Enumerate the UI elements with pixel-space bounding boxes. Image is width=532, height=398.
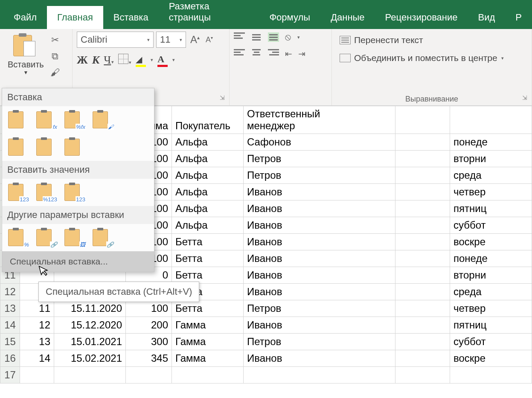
cell[interactable]: Иванов (244, 250, 395, 267)
cell[interactable]: Сафонов (244, 134, 395, 151)
cell[interactable]: 11 (20, 300, 54, 317)
paste-option-values-number[interactable]: %123 (36, 183, 57, 202)
ribbon-tab-insert[interactable]: Вставка (103, 6, 159, 29)
wrap-text-button[interactable]: Перенести текст (336, 33, 527, 47)
align-middle-icon[interactable] (251, 32, 262, 42)
cell[interactable]: пятниц (450, 317, 532, 334)
cell[interactable]: Иванов (244, 217, 395, 234)
cell[interactable]: Иванов (244, 317, 395, 334)
shrink-font-icon[interactable]: A▾ (204, 35, 215, 44)
cell[interactable]: Альфа (172, 184, 244, 200)
cell[interactable]: Петров (244, 151, 395, 167)
cell[interactable]: Бетта (172, 234, 244, 250)
cell[interactable] (172, 367, 244, 383)
cell[interactable] (126, 367, 172, 383)
cell[interactable] (395, 167, 450, 184)
cell[interactable]: воскре (450, 234, 532, 250)
paste-option-formatting[interactable]: % (8, 228, 29, 247)
paste-option-picture[interactable]: 🖼 (64, 228, 85, 247)
cell[interactable]: среда (450, 167, 532, 184)
ribbon-tab-pagelayout[interactable]: Разметка страницы (159, 0, 259, 29)
cell[interactable]: Альфа (172, 217, 244, 234)
cell[interactable]: воскре (450, 350, 532, 367)
increase-indent-icon[interactable]: ⇥ (298, 49, 305, 59)
underline-dropdown[interactable]: ▾ (111, 59, 114, 64)
cell[interactable] (395, 334, 450, 350)
merge-dropdown[interactable]: ▾ (501, 55, 504, 61)
table-row[interactable]: 151315.01.2021300ГаммаПетровсуббот (0, 334, 532, 350)
cell[interactable] (395, 217, 450, 234)
cell[interactable]: 345 (126, 350, 172, 367)
cell[interactable] (395, 300, 450, 317)
cell[interactable]: Альфа (172, 200, 244, 217)
cell[interactable] (54, 367, 126, 383)
orientation-icon[interactable]: ⦸ (285, 32, 291, 43)
cell[interactable] (20, 367, 54, 383)
col-header-manager[interactable]: Ответственныйменеджер (244, 106, 395, 134)
font-color-button[interactable]: A (157, 53, 168, 67)
cell[interactable]: 12 (20, 317, 54, 334)
paste-special-menuitem[interactable]: Специальная вставка... (2, 251, 154, 272)
cell[interactable]: Иванов (244, 234, 395, 250)
cell[interactable]: Иванов (244, 184, 395, 200)
row-header[interactable]: 15 (0, 334, 20, 350)
table-row[interactable]: 141215.12.2020200ГаммаИвановпятниц (0, 317, 532, 334)
align-bottom-icon[interactable] (268, 32, 279, 42)
cell[interactable]: Иванов (244, 350, 395, 367)
cell[interactable]: 15.02.2021 (54, 350, 126, 367)
cell[interactable]: Бетта (172, 250, 244, 267)
copy-icon[interactable]: ⧉ (49, 50, 61, 62)
paste-option-formulas[interactable]: fx (36, 110, 57, 129)
cell[interactable]: 15.12.2020 (54, 317, 126, 334)
merge-center-button[interactable]: Объединить и поместить в центре ▾ (336, 51, 527, 65)
cell[interactable]: 100 (126, 300, 172, 317)
row-header[interactable]: 16 (0, 350, 20, 367)
align-center-icon[interactable] (251, 49, 262, 58)
cell[interactable]: Бетта (172, 300, 244, 317)
borders-dropdown[interactable]: ▾ (129, 60, 131, 65)
font-color-dropdown[interactable]: ▾ (172, 57, 175, 63)
cell[interactable]: Петров (244, 334, 395, 350)
bold-button[interactable]: Ж (77, 54, 88, 67)
cell[interactable] (395, 234, 450, 250)
cell[interactable]: Петров (244, 300, 395, 317)
row-header[interactable]: 14 (0, 317, 20, 334)
cell[interactable]: Альфа (172, 151, 244, 167)
ribbon-tab-formulas[interactable]: Формулы (259, 6, 320, 29)
row-header[interactable]: 12 (0, 284, 20, 300)
font-name-combo[interactable]: Calibri▾ (77, 32, 154, 48)
paste-option-linked-picture[interactable]: 🔗 (93, 228, 113, 247)
fill-color-dropdown[interactable]: ▾ (151, 57, 153, 63)
cell[interactable]: 14 (20, 350, 54, 367)
cell[interactable] (395, 367, 450, 383)
grow-font-icon[interactable]: A▴ (189, 34, 201, 46)
decrease-indent-icon[interactable]: ⇤ (285, 49, 292, 59)
table-row[interactable]: 17 (0, 367, 532, 383)
font-size-combo[interactable]: 11▾ (156, 32, 186, 48)
align-top-icon[interactable] (234, 32, 245, 42)
cell[interactable] (395, 350, 450, 367)
ribbon-tab-data[interactable]: Данные (320, 6, 375, 29)
align-right-icon[interactable] (268, 49, 279, 58)
cell[interactable] (395, 134, 450, 151)
paste-option-no-borders[interactable] (8, 138, 29, 157)
ribbon-tab-file[interactable]: Файл (3, 6, 47, 29)
col-header-buyer[interactable]: Покупатель (172, 106, 244, 134)
borders-button[interactable] (118, 54, 128, 64)
cell[interactable]: Иванов (244, 267, 395, 284)
alignment-group-launcher-icon[interactable]: ⇲ (522, 94, 529, 101)
ribbon-tab-home[interactable]: Главная (47, 6, 103, 29)
ribbon-tab-view[interactable]: Вид (468, 6, 506, 29)
cell[interactable]: суббот (450, 217, 532, 234)
table-row[interactable]: 131115.11.2020100БеттаПетровчетвер (0, 300, 532, 317)
cell[interactable]: понеде (450, 250, 532, 267)
cell[interactable]: Иванов (244, 284, 395, 300)
cell[interactable]: четвер (450, 184, 532, 200)
format-painter-icon[interactable]: 🖌 (49, 67, 61, 78)
ribbon-tab-cut[interactable]: Р (505, 6, 532, 29)
paste-dropdown-arrow[interactable]: ▼ (23, 70, 28, 76)
ribbon-tab-review[interactable]: Рецензирование (375, 6, 468, 29)
align-left-icon[interactable] (234, 49, 245, 58)
cell[interactable]: 13 (20, 334, 54, 350)
row-header[interactable]: 17 (0, 367, 20, 383)
